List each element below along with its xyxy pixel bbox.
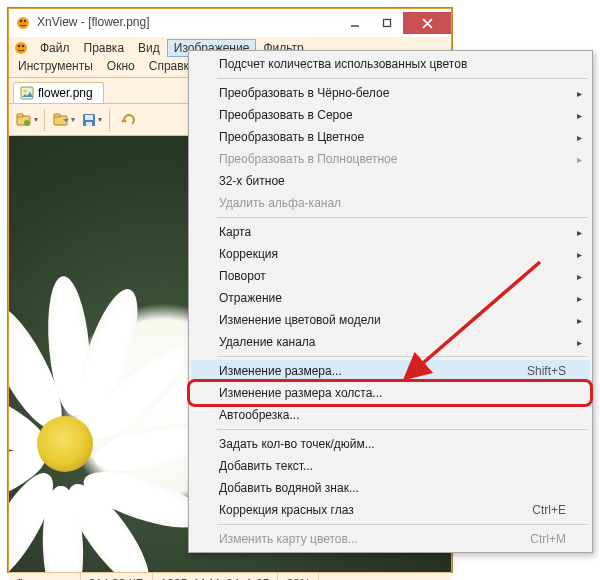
menu-item[interactable]: Подсчет количества использованных цветов	[191, 53, 590, 75]
menu-separator	[217, 78, 588, 79]
menu-item-label: Подсчет количества использованных цветов	[219, 57, 467, 71]
tab-label: flower.png	[38, 86, 93, 100]
svg-point-9	[22, 45, 25, 48]
menu-item: Преобразовать в Полноцветное	[191, 148, 590, 170]
menu-item[interactable]: Преобразовать в Серое	[191, 104, 590, 126]
menu-item: Удалить альфа-канал	[191, 192, 590, 214]
menu-item[interactable]: Задать кол-во точек/дюйм...	[191, 433, 590, 455]
menu-item[interactable]: Коррекция	[191, 243, 590, 265]
menu-item-label: Изменение цветовой модели	[219, 313, 381, 327]
toolbar-separator	[44, 109, 45, 131]
svg-point-14	[24, 120, 30, 126]
menu-item-label: Изменить карту цветов...	[219, 532, 358, 546]
menu-item-label: Отражение	[219, 291, 282, 305]
menu-item-label: Изменение размера холста...	[219, 386, 382, 400]
svg-point-0	[17, 17, 29, 29]
image-file-icon	[20, 86, 34, 100]
svg-rect-13	[17, 114, 23, 117]
menu-item-shortcut: Ctrl+E	[532, 503, 566, 517]
undo-button[interactable]	[115, 107, 141, 133]
menubar-app-icon	[13, 40, 29, 56]
menu-item-label: Коррекция красных глаз	[219, 503, 354, 517]
menu-item[interactable]: Поворот	[191, 265, 590, 287]
menu-window[interactable]: Окно	[100, 57, 142, 75]
document-tab[interactable]: flower.png	[13, 82, 104, 103]
menu-item-label: Изменение размера...	[219, 364, 342, 378]
menu-separator	[217, 356, 588, 357]
menu-item[interactable]: Коррекция красных глазCtrl+E	[191, 499, 590, 521]
svg-rect-18	[85, 115, 93, 120]
toolbar-separator	[109, 109, 110, 131]
menu-item[interactable]: Добавить водяной знак...	[191, 477, 590, 499]
menu-item-shortcut: Ctrl+M	[530, 532, 566, 546]
statusbar: flower.png 914.33 КБ 1205x1144x24, 1.05 …	[9, 572, 451, 580]
menu-item[interactable]: Добавить текст...	[191, 455, 590, 477]
menu-item: Изменить карту цветов...Ctrl+M	[191, 528, 590, 550]
titlebar: XnView - [flower.png]	[9, 9, 451, 37]
menu-item[interactable]: Отражение	[191, 287, 590, 309]
menu-separator	[217, 217, 588, 218]
menu-tools[interactable]: Инструменты	[11, 57, 100, 75]
svg-point-11	[24, 90, 27, 93]
menu-item-label: Преобразовать в Цветное	[219, 130, 364, 144]
menu-item[interactable]: Изменение размера...Shift+S	[191, 360, 590, 382]
menu-view[interactable]: Вид	[131, 39, 167, 57]
menu-item-label: Удалить альфа-канал	[219, 196, 341, 210]
status-filesize: 914.33 КБ	[81, 573, 153, 580]
menu-item[interactable]: Автообрезка...	[191, 404, 590, 426]
svg-point-1	[20, 20, 23, 23]
status-dimensions: 1205x1144x24, 1.05	[153, 573, 279, 580]
open-button[interactable]: ▾	[50, 107, 76, 133]
window-title: XnView - [flower.png]	[37, 15, 339, 31]
menu-item-label: Поворот	[219, 269, 266, 283]
menu-item-label: Карта	[219, 225, 251, 239]
menu-item-label: Задать кол-во точек/дюйм...	[219, 437, 375, 451]
menu-item-label: Автообрезка...	[219, 408, 299, 422]
status-filename: flower.png	[9, 573, 81, 580]
menu-item-label: Добавить текст...	[219, 459, 313, 473]
menu-item-shortcut: Shift+S	[527, 364, 566, 378]
svg-rect-10	[21, 87, 33, 99]
menu-item[interactable]: Удаление канала	[191, 331, 590, 353]
menu-item-label: Преобразовать в Чёрно-белое	[219, 86, 389, 100]
menu-item-label: Преобразовать в Серое	[219, 108, 353, 122]
menu-item-label: Коррекция	[219, 247, 278, 261]
svg-rect-16	[54, 114, 60, 117]
menu-item[interactable]: Преобразовать в Цветное	[191, 126, 590, 148]
menu-separator	[217, 524, 588, 525]
menu-separator	[217, 429, 588, 430]
close-button[interactable]	[403, 12, 451, 34]
menu-file[interactable]: Файл	[33, 39, 77, 57]
browse-button[interactable]: ▾	[13, 107, 39, 133]
menu-item[interactable]: Изменение размера холста...	[191, 382, 590, 404]
status-zoom: 38%	[278, 573, 319, 580]
image-menu-dropdown: Подсчет количества использованных цветов…	[188, 50, 593, 553]
minimize-button[interactable]	[339, 12, 371, 34]
svg-point-8	[18, 45, 21, 48]
image-content	[37, 416, 93, 472]
menu-item[interactable]: Изменение цветовой модели	[191, 309, 590, 331]
menu-item[interactable]: Преобразовать в Чёрно-белое	[191, 82, 590, 104]
maximize-button[interactable]	[371, 12, 403, 34]
save-button[interactable]: ▾	[78, 107, 104, 133]
svg-rect-4	[384, 20, 391, 27]
menu-item-label: Добавить водяной знак...	[219, 481, 359, 495]
menu-item-label: 32-х битное	[219, 174, 285, 188]
svg-point-2	[24, 20, 27, 23]
app-icon	[15, 15, 31, 31]
menu-item-label: Удаление канала	[219, 335, 316, 349]
menu-edit[interactable]: Правка	[77, 39, 132, 57]
menu-item[interactable]: Карта	[191, 221, 590, 243]
menu-item[interactable]: 32-х битное	[191, 170, 590, 192]
menu-item-label: Преобразовать в Полноцветное	[219, 152, 397, 166]
svg-point-7	[15, 42, 27, 54]
svg-rect-19	[86, 122, 92, 126]
